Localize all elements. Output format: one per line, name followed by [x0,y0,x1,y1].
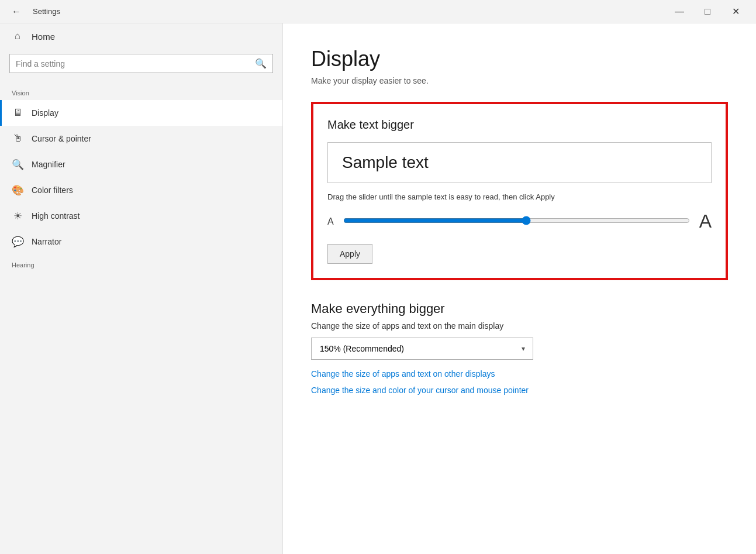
sidebar-item-display[interactable]: 🖥 Display [0,100,282,126]
slider-description: Drag the slider until the sample text is… [327,192,712,201]
apply-button[interactable]: Apply [327,244,372,264]
display-icon: 🖥 [12,107,23,119]
small-a-label: A [327,216,334,227]
make-everything-bigger-desc: Change the size of apps and text on the … [311,321,728,331]
magnifier-label: Magnifier [32,160,65,169]
titlebar: ← Settings — □ ✕ [0,0,756,23]
other-displays-link[interactable]: Change the size of apps and text on othe… [311,369,728,378]
narrator-icon: 💬 [12,236,23,247]
magnifier-icon: 🔍 [12,159,23,170]
sidebar: ⌂ Home 🔍 Vision 🖥 Display 🖱 Cursor & poi… [0,23,283,554]
home-label: Home [32,32,55,42]
sidebar-item-high-contrast[interactable]: ☀ High contrast [0,203,282,229]
sidebar-search-container: 🔍 [9,54,273,73]
slider-row: A A [327,211,712,232]
text-size-slider[interactable] [343,216,690,225]
titlebar-title: Settings [33,7,60,16]
minimize-button[interactable]: — [666,0,693,23]
high-contrast-label: High contrast [32,211,80,221]
hearing-section-label: Hearing [0,254,282,272]
back-button[interactable]: ← [7,2,26,21]
titlebar-controls: — □ ✕ [666,0,749,23]
display-label: Display [32,108,58,118]
high-contrast-icon: ☀ [12,210,23,222]
app-body: ⌂ Home 🔍 Vision 🖥 Display 🖱 Cursor & poi… [0,23,756,554]
make-everything-bigger-title: Make everything bigger [311,301,728,316]
color-filters-icon: 🎨 [12,184,23,196]
titlebar-left: ← Settings [7,2,60,21]
scale-dropdown[interactable]: 100% 125% 150% (Recommended) 175% 200% [311,338,533,360]
narrator-label: Narrator [32,237,61,246]
large-a-label: A [699,211,712,232]
sample-text: Sample text [342,153,429,171]
color-filters-label: Color filters [32,185,73,195]
content-area: Display Make your display easier to see.… [283,23,756,554]
page-title: Display [311,47,728,71]
vision-section-label: Vision [0,82,282,100]
sample-text-box: Sample text [327,142,712,183]
sidebar-item-cursor[interactable]: 🖱 Cursor & pointer [0,126,282,152]
make-text-bigger-title: Make text bigger [327,118,712,132]
sidebar-item-magnifier[interactable]: 🔍 Magnifier [0,152,282,177]
close-button[interactable]: ✕ [722,0,749,23]
search-icon: 🔍 [255,58,267,69]
cursor-color-link[interactable]: Change the size and color of your cursor… [311,386,728,395]
search-input[interactable] [16,59,250,68]
cursor-icon: 🖱 [12,133,23,144]
sidebar-item-home[interactable]: ⌂ Home [0,23,282,49]
home-icon: ⌂ [12,30,23,42]
page-subtitle: Make your display easier to see. [311,76,728,85]
cursor-label: Cursor & pointer [32,134,91,143]
sidebar-item-narrator[interactable]: 💬 Narrator [0,229,282,254]
scale-dropdown-wrapper: 100% 125% 150% (Recommended) 175% 200% ▾ [311,338,533,360]
sidebar-item-color-filters[interactable]: 🎨 Color filters [0,177,282,203]
make-text-bigger-box: Make text bigger Sample text Drag the sl… [311,102,728,280]
maximize-button[interactable]: □ [694,0,721,23]
